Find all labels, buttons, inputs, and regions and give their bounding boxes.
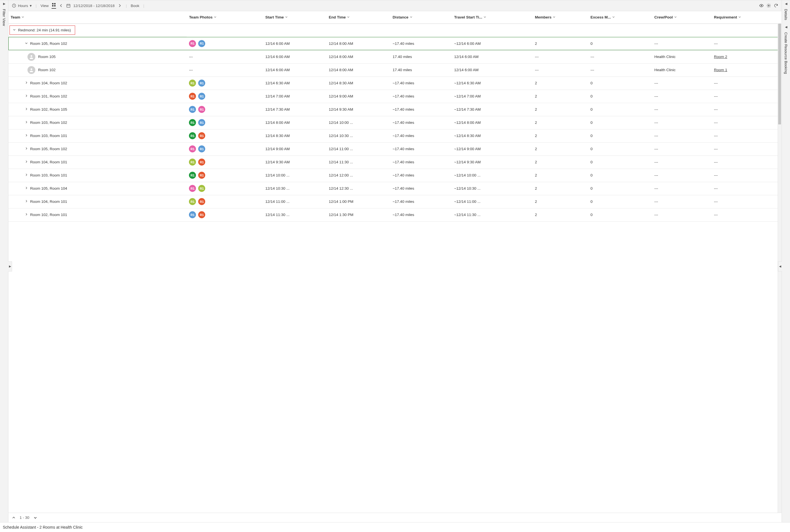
members-cell: --- <box>533 63 588 76</box>
excess-cell: 0 <box>588 129 652 142</box>
table-row[interactable]: Room 103, Room 101R1R112/14 8:30 AM12/14… <box>8 129 782 142</box>
table-row[interactable]: Room 105---12/14 6:00 AM12/14 8:00 AM17.… <box>8 50 782 63</box>
visibility-button[interactable] <box>759 3 764 8</box>
start-cell: 12/14 6:00 AM <box>263 50 326 63</box>
travel-cell: ~12/14 6:00 AM <box>452 37 533 50</box>
expand-row-icon[interactable] <box>25 94 28 98</box>
excess-cell: 0 <box>588 37 652 50</box>
expand-left-icon[interactable]: ▶ <box>3 2 5 6</box>
expand-booking-icon[interactable]: ◀ <box>785 25 787 29</box>
book-button[interactable]: Book <box>131 4 139 8</box>
team-cell: Room 105, Room 102 <box>8 142 187 155</box>
sort-icon[interactable] <box>483 15 486 19</box>
pager-prev[interactable] <box>12 516 16 520</box>
crew-cell: --- <box>652 103 712 116</box>
table-row[interactable]: Room 103, Room 102R1R112/14 8:00 AM12/14… <box>8 116 782 129</box>
travel-cell: 12/14 6:00 AM <box>452 63 533 76</box>
start-cell: 12/14 10:00 ... <box>263 169 326 182</box>
member-badge: R1 <box>198 40 205 47</box>
sort-icon[interactable] <box>738 15 741 19</box>
expand-right-icon[interactable]: ◀ <box>785 2 787 6</box>
expand-row-icon[interactable] <box>25 147 28 151</box>
column-header-photos[interactable]: Team Photos <box>187 11 263 23</box>
group-row-redmond[interactable]: Redmond: 24 min (14.91 miles) <box>8 24 187 37</box>
right-rail: ◀ Details ◀ Create Resource Booking ◀ <box>782 0 790 522</box>
column-header-travel[interactable]: Travel Start Ti... <box>452 11 533 23</box>
sort-icon[interactable] <box>409 15 413 19</box>
next-button[interactable] <box>117 3 122 8</box>
table-row[interactable]: Room 105, Room 104R1R112/14 10:30 ...12/… <box>8 182 782 195</box>
column-header-crew[interactable]: Crew/Pool <box>652 11 712 23</box>
member-badge: R1 <box>189 172 196 179</box>
member-badge: R1 <box>189 132 196 139</box>
excess-cell: 0 <box>588 76 652 90</box>
details-tab[interactable]: Details <box>784 9 788 20</box>
collapse-row-icon[interactable] <box>25 41 28 46</box>
table-row[interactable]: Room 104, Room 101R1R112/14 9:30 AM12/14… <box>8 155 782 169</box>
create-resource-booking-tab[interactable]: Create Resource Booking <box>784 32 788 74</box>
sort-icon[interactable] <box>285 15 288 19</box>
table-row[interactable]: Room 102, Room 105R1R112/14 7:30 AM12/14… <box>8 103 782 116</box>
sort-icon[interactable] <box>674 15 677 19</box>
column-header-end[interactable]: End Time <box>327 11 390 23</box>
caret-down-icon: ▾ <box>30 3 32 8</box>
refresh-button[interactable] <box>774 3 778 8</box>
table-row[interactable]: Room 105, Room 102R1R112/14 9:00 AM12/14… <box>8 142 782 155</box>
members-cell: 2 <box>533 116 588 129</box>
distance-cell: ~17.40 miles <box>390 129 452 142</box>
team-cell: Room 102 <box>8 63 187 76</box>
distance-cell: ~17.40 miles <box>390 155 452 169</box>
requirement-cell: --- <box>712 103 782 116</box>
table-row[interactable]: Room 103, Room 101R1R112/14 10:00 ...12/… <box>8 169 782 182</box>
expand-row-icon[interactable] <box>25 173 28 177</box>
chevron-up-icon <box>12 516 16 520</box>
table-row[interactable]: Room 102---12/14 6:00 AM12/14 8:00 AM17.… <box>8 63 782 76</box>
expand-right-panel-handle[interactable]: ◀ <box>778 261 782 271</box>
photos-cell: R1R1 <box>187 195 263 208</box>
calendar-button[interactable] <box>66 3 71 8</box>
filter-view-tab[interactable]: Filter View <box>2 9 6 26</box>
pager-next[interactable] <box>33 516 37 520</box>
travel-cell: 12/14 6:00 AM <box>452 50 533 63</box>
column-header-members[interactable]: Members <box>533 11 588 23</box>
table-row[interactable]: Room 104, Room 102R1R112/14 6:30 AM12/14… <box>8 76 782 90</box>
sort-icon[interactable] <box>553 15 556 19</box>
collapse-row-icon[interactable] <box>13 28 16 32</box>
column-header-start[interactable]: Start Time <box>263 11 326 23</box>
column-header-req[interactable]: Requirement <box>712 11 782 23</box>
expand-row-icon[interactable] <box>25 200 28 204</box>
member-badge: R1 <box>198 198 205 205</box>
table-row[interactable]: Room 105, Room 102R1R112/14 6:00 AM12/14… <box>8 37 782 50</box>
scrollbar-thumb[interactable] <box>778 23 781 125</box>
start-cell: 12/14 9:30 AM <box>263 155 326 169</box>
table-row[interactable]: Room 102, Room 101R1R112/14 11:30 ...12/… <box>8 208 782 221</box>
table-row[interactable]: Room 101, Room 102R1R112/14 7:00 AM12/14… <box>8 90 782 103</box>
travel-cell: ~12/14 11:00 ... <box>452 195 533 208</box>
sort-icon[interactable] <box>21 15 24 19</box>
hours-dropdown[interactable]: Hours ▾ <box>12 3 32 8</box>
calendar-icon <box>66 3 71 8</box>
end-cell: 12/14 11:00 ... <box>327 142 390 155</box>
crew-cell: --- <box>652 182 712 195</box>
expand-row-icon[interactable] <box>25 213 28 217</box>
expand-row-icon[interactable] <box>25 81 28 85</box>
settings-button[interactable] <box>767 3 771 8</box>
requirement-link[interactable]: Room 1 <box>714 68 727 72</box>
expand-row-icon[interactable] <box>25 134 28 138</box>
travel-cell: ~12/14 9:00 AM <box>452 142 533 155</box>
column-header-excess[interactable]: Excess M... <box>588 11 652 23</box>
sort-icon[interactable] <box>612 15 615 19</box>
grid-view-button[interactable] <box>52 2 56 9</box>
requirement-link[interactable]: Room 2 <box>714 55 727 59</box>
column-header-dist[interactable]: Distance <box>390 11 452 23</box>
expand-row-icon[interactable] <box>25 107 28 112</box>
travel-cell: ~12/14 10:30 ... <box>452 182 533 195</box>
expand-row-icon[interactable] <box>25 186 28 190</box>
column-header-team[interactable]: Team <box>8 11 187 23</box>
prev-button[interactable] <box>59 3 63 8</box>
sort-icon[interactable] <box>214 15 217 19</box>
sort-icon[interactable] <box>347 15 350 19</box>
expand-row-icon[interactable] <box>25 120 28 125</box>
expand-row-icon[interactable] <box>25 160 28 164</box>
table-row[interactable]: Room 104, Room 101R1R112/14 11:00 ...12/… <box>8 195 782 208</box>
